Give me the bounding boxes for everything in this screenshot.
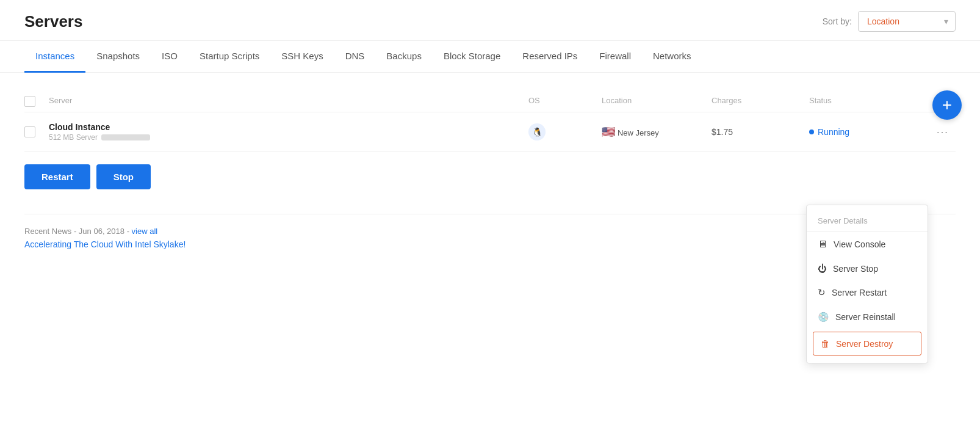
sort-label: Sort by:: [823, 16, 852, 26]
news-date: Recent News - Jun 06, 2018 -: [24, 227, 129, 236]
view-all-link[interactable]: view all: [132, 227, 158, 236]
tab-reserved-ips[interactable]: Reserved IPs: [511, 41, 588, 73]
row-checkbox[interactable]: [24, 126, 35, 137]
monitor-icon: 🖥: [818, 239, 827, 250]
status-cell: Running: [809, 127, 931, 137]
tab-block-storage[interactable]: Block Storage: [433, 41, 511, 73]
dropdown-menu: Server Details 🖥 View Console ⏻ Server S…: [806, 205, 928, 268]
power-icon: ⏻: [818, 263, 827, 268]
col-server-header: Server: [49, 96, 528, 107]
status-dot: [809, 129, 814, 134]
dropdown-header: Server Details: [807, 210, 928, 232]
col-status-header: Status: [809, 96, 931, 107]
tab-startup-scripts[interactable]: Startup Scripts: [189, 41, 270, 73]
charges-cell: $1.75: [712, 127, 809, 137]
header-checkbox[interactable]: [24, 96, 35, 107]
server-sub: 512 MB Server: [49, 133, 528, 142]
location-text: New Jersey: [618, 128, 659, 137]
status-running: Running: [809, 127, 931, 137]
dropdown-view-console[interactable]: 🖥 View Console: [807, 232, 928, 257]
row-checkbox-cell: [24, 126, 49, 137]
news-headline[interactable]: Accelerating The Cloud With Intel Skylak…: [24, 239, 186, 249]
server-info: Cloud Instance 512 MB Server: [49, 122, 528, 142]
os-icon-circle: 🐧: [528, 123, 546, 140]
server-spec: 512 MB Server: [49, 133, 98, 142]
tab-firewall[interactable]: Firewall: [588, 41, 642, 73]
action-buttons: Restart Stop: [24, 164, 956, 189]
tab-networks[interactable]: Networks: [642, 41, 702, 73]
top-bar: Servers Sort by: Location Name Status Ch…: [0, 0, 980, 41]
tab-iso[interactable]: ISO: [151, 41, 189, 73]
tab-backups[interactable]: Backups: [375, 41, 433, 73]
col-charges-header: Charges: [712, 96, 809, 107]
server-ip: [101, 134, 150, 140]
dropdown-server-stop[interactable]: ⏻ Server Stop: [807, 257, 928, 268]
sort-select[interactable]: Location Name Status Charges: [858, 11, 956, 32]
table-row: Cloud Instance 512 MB Server 🐧 🇺🇸 New Je…: [24, 112, 956, 152]
tab-instances[interactable]: Instances: [24, 41, 85, 73]
server-name: Cloud Instance: [49, 122, 528, 132]
location-cell: 🇺🇸 New Jersey: [602, 125, 712, 139]
row-more-button[interactable]: ⋯: [931, 122, 953, 142]
sort-area: Sort by: Location Name Status Charges: [823, 11, 956, 32]
tab-ssh-keys[interactable]: SSH Keys: [270, 41, 334, 73]
tabs-bar: Instances Snapshots ISO Startup Scripts …: [0, 41, 980, 73]
os-flag: 🐧: [532, 127, 542, 137]
col-checkbox: [24, 96, 49, 107]
os-cell: 🐧: [528, 123, 602, 140]
status-text: Running: [818, 127, 849, 137]
restart-button[interactable]: Restart: [24, 164, 90, 189]
location-flag: 🇺🇸: [602, 126, 615, 138]
stop-button[interactable]: Stop: [96, 164, 151, 189]
col-location-header: Location: [602, 96, 712, 107]
sort-select-wrapper: Location Name Status Charges: [858, 11, 956, 32]
row-actions-cell: ⋯: [931, 122, 956, 142]
view-console-label: View Console: [834, 239, 885, 249]
page-title: Servers: [24, 12, 82, 31]
col-os-header: OS: [528, 96, 602, 107]
table-header: Server OS Location Charges Status: [24, 91, 956, 112]
tab-dns[interactable]: DNS: [334, 41, 376, 73]
server-stop-label: Server Stop: [833, 264, 878, 268]
tab-snapshots[interactable]: Snapshots: [85, 41, 151, 73]
